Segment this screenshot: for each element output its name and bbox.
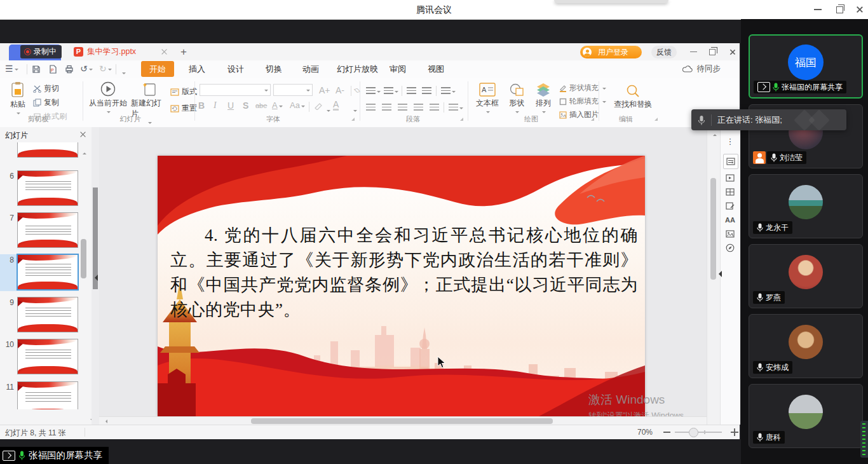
undo-button[interactable]: ↺ [80, 60, 93, 78]
animation-pane-icon[interactable] [723, 172, 737, 184]
increase-indent-button[interactable] [422, 85, 431, 97]
panel-scrollbar-thumb[interactable] [81, 239, 86, 278]
align-right-button[interactable] [398, 102, 407, 113]
bullets-button[interactable] [366, 85, 381, 97]
fonts-pane-icon[interactable]: AA [723, 214, 737, 226]
drawing-dialog-launcher[interactable] [591, 118, 594, 121]
shrink-font-button[interactable]: A- [336, 85, 344, 95]
reset-button[interactable]: 重置 [170, 103, 197, 114]
scroll-left-arrow[interactable] [104, 420, 107, 423]
user-login-button[interactable]: 用户登录 [580, 46, 642, 58]
decrease-indent-button[interactable] [407, 85, 416, 97]
bold-button[interactable]: B [198, 100, 205, 111]
zoom-in-button[interactable] [731, 428, 738, 436]
meeting-close-button[interactable] [850, 0, 868, 19]
line-spacing-button[interactable] [441, 85, 456, 97]
grow-font-button[interactable]: A+ [319, 85, 330, 95]
splitter-thumb[interactable] [93, 188, 98, 289]
redo-button[interactable]: ↻ [99, 60, 112, 78]
paragraph-dialog-launcher[interactable] [460, 118, 463, 121]
clear-format-icon[interactable]: ▱ [352, 85, 363, 96]
image-pane-icon[interactable] [723, 228, 737, 240]
collapse-left-icon[interactable] [92, 275, 98, 281]
scroll-up-arrow[interactable] [713, 132, 717, 136]
panel-scroll-up[interactable] [83, 151, 86, 154]
slide-body-text[interactable]: 4. 党的十八届六中全会和习近平总书记核心地位的确立。主要通过了《关于新形势下党… [170, 223, 638, 322]
sidebar-scroll-indicator[interactable] [860, 421, 868, 458]
highlight-color-icon[interactable] [314, 102, 324, 110]
menu-tab-start[interactable]: 开始 [141, 61, 174, 77]
resources-pane-icon[interactable] [723, 242, 737, 254]
zoom-slider-thumb[interactable] [689, 428, 698, 437]
numbering-button[interactable] [384, 85, 398, 97]
wps-close-button[interactable] [725, 44, 740, 59]
menu-tab-design[interactable]: 设计 [227, 60, 244, 78]
slide-canvas[interactable]: 4. 党的十八届六中全会和习近平总书记核心地位的确立。主要通过了《关于新形势下党… [99, 127, 707, 425]
video-tile-longyonggan[interactable]: 龙永干 [749, 174, 863, 238]
strikethrough-button[interactable]: S [243, 100, 248, 111]
font-color-button[interactable]: A [333, 100, 339, 111]
font-dialog-launcher[interactable] [351, 118, 355, 121]
find-replace-button[interactable]: 查找和替换 [605, 84, 661, 110]
video-tile-luoyan[interactable]: 罗燕 [749, 244, 863, 308]
menu-tab-animation[interactable]: 动画 [302, 60, 319, 78]
zoom-slider-track[interactable] [675, 432, 722, 433]
cut-button[interactable]: 剪切 [33, 83, 59, 94]
panel-splitter[interactable] [92, 127, 99, 425]
slide-thumbnail-7[interactable]: 7 [0, 212, 79, 249]
slide-layout-pane-icon[interactable] [723, 186, 737, 198]
menu-tab-transition[interactable]: 切换 [266, 60, 282, 78]
slide-thumbnail-8-selected[interactable]: 8 [0, 254, 79, 291]
print-icon[interactable] [65, 65, 74, 74]
meeting-minimize-button[interactable] [808, 0, 827, 19]
paste-button[interactable]: 粘贴 [6, 81, 29, 115]
font-size-select[interactable] [273, 84, 313, 96]
columns-button[interactable] [449, 102, 463, 113]
slide-thumbnail-9[interactable]: 9 [0, 297, 79, 334]
slide-thumbnail-10[interactable]: 10 [0, 339, 79, 376]
menu-tab-review[interactable]: 审阅 [390, 60, 406, 78]
slide-thumbnail-6[interactable]: 6 [0, 170, 79, 207]
font-name-select[interactable] [200, 84, 271, 96]
vertical-scrollbar-thumb[interactable] [710, 178, 716, 280]
copy-button[interactable]: 复制 [33, 97, 59, 108]
slide-thumbnail-11[interactable]: 11 [0, 381, 79, 409]
object-properties-icon[interactable] [723, 154, 738, 169]
menu-tab-insert[interactable]: 插入 [189, 60, 205, 78]
sync-status[interactable]: 待同步 [682, 60, 721, 78]
main-menu-icon[interactable]: ☰ [5, 60, 18, 78]
feedback-button[interactable]: 反馈 [651, 46, 677, 58]
edit-dialog-launcher[interactable] [654, 118, 658, 121]
distribute-button[interactable] [430, 102, 439, 113]
new-tab-button[interactable]: + [180, 43, 187, 60]
panel-close-button[interactable] [79, 131, 86, 138]
textbox-button[interactable]: A 文本框 [473, 83, 502, 114]
menu-tab-view[interactable]: 视图 [428, 60, 444, 78]
export-pdf-icon[interactable]: P [48, 65, 57, 74]
menu-tab-slideshow[interactable]: 幻灯片放映 [337, 60, 378, 78]
tab-close-button[interactable] [160, 48, 168, 56]
align-center-button[interactable] [382, 102, 391, 113]
collapse-toolbar-icon[interactable] [715, 271, 722, 277]
shapes-button[interactable]: 形状 [505, 83, 529, 114]
slide-thumbnail-5[interactable] [0, 142, 79, 159]
save-icon[interactable] [32, 65, 41, 74]
current-slide[interactable]: 4. 党的十八届六中全会和习近平总书记核心地位的确立。主要通过了《关于新形势下党… [158, 156, 645, 416]
horizontal-scrollbar-thumb[interactable] [251, 418, 553, 424]
meeting-restore-button[interactable] [830, 0, 849, 19]
from-current-button[interactable]: 从当前开始 [86, 81, 130, 114]
italic-button[interactable]: I [214, 100, 217, 111]
notes-pane-icon[interactable] [723, 200, 737, 212]
change-case-button[interactable]: Aa [290, 100, 305, 110]
wps-restore-button[interactable] [705, 44, 720, 59]
video-tile-tangke[interactable]: 唐科 [749, 384, 863, 448]
align-left-button[interactable] [366, 102, 376, 113]
arrange-button[interactable]: 排列 [531, 83, 555, 114]
zoom-out-button[interactable] [663, 432, 670, 433]
horizontal-scrollbar[interactable] [99, 416, 707, 425]
justify-button[interactable] [414, 102, 423, 113]
video-tile-anweicheng[interactable]: 安炜成 [749, 314, 863, 378]
strike-abe-button[interactable]: abe [255, 102, 267, 109]
underline-button[interactable]: U [227, 100, 234, 111]
video-tile-zhangfuguo[interactable]: 福国 张福国的屏幕共享 [749, 34, 863, 99]
